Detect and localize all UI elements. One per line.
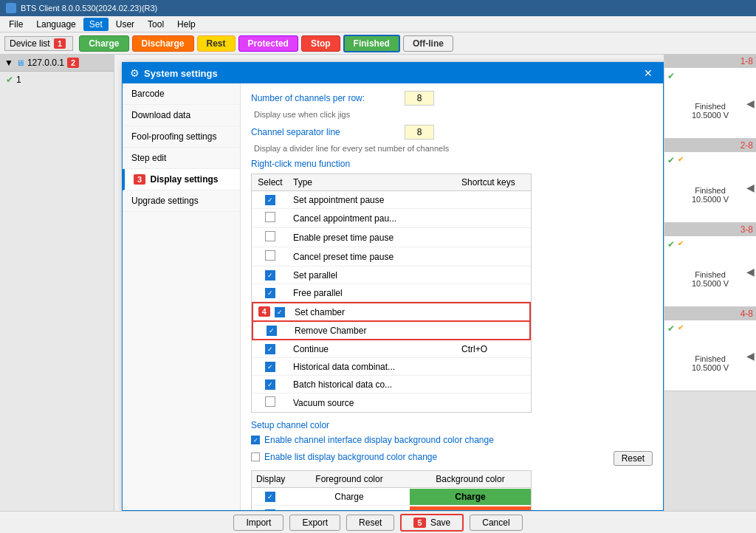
color-fg-charge: Charge: [289, 489, 410, 505]
channel-header-4-8: 4-8: [664, 307, 756, 320]
rc-label-1: Cancel appointment pau...: [289, 210, 457, 227]
enable-list-label: Enable list display background color cha…: [264, 452, 437, 462]
rest-button[interactable]: Rest: [197, 35, 236, 52]
settings-menu-stepedit[interactable]: Step edit: [123, 148, 240, 169]
reset-button[interactable]: Reset: [346, 515, 394, 531]
channel-arrow-1-8: ◀: [746, 97, 755, 109]
dialog-title-bar: ⚙ System settings ✕: [123, 63, 663, 83]
display-settings-badge: 3: [134, 174, 145, 185]
rc-check-2[interactable]: [265, 231, 275, 241]
color-section: Setup channel color ✓ Enable channel int…: [251, 420, 653, 510]
rc-check-6[interactable]: ✓: [275, 307, 285, 317]
device-status-row: ✔ 1: [0, 72, 114, 88]
channel-value-1-8: 10.5000 V: [692, 111, 729, 120]
setup-color-label: Setup channel color: [251, 420, 653, 430]
color-check-charge[interactable]: ✓: [265, 492, 275, 502]
save-button[interactable]: 5 Save: [400, 514, 464, 532]
menu-file[interactable]: File: [3, 18, 29, 31]
rc-check-1[interactable]: [265, 212, 275, 222]
rc-label-2: Enable preset time pause: [289, 230, 457, 246]
rc-row-4: ✓ Set parallel: [252, 266, 531, 284]
device-ip: 127.0.0.1: [27, 58, 64, 68]
rc-label-4: Set parallel: [289, 267, 457, 283]
settings-menu-barcode[interactable]: Barcode: [123, 83, 240, 105]
channel-header-1-8: 1-8: [664, 55, 756, 68]
cancel-button[interactable]: Cancel: [470, 515, 522, 531]
rc-label-9: Historical data combinat...: [289, 359, 457, 375]
system-settings-dialog: ⚙ System settings ✕ Barcode Download dat…: [122, 62, 664, 511]
channel-section-1-8: 1-8 ✔ Finished 10.5000 V ◀: [664, 55, 756, 139]
protected-button[interactable]: Protected: [238, 35, 298, 52]
channel-content-2-8: ✔ ✔ Finished 10.5000 V ◀: [664, 152, 756, 222]
color-bg-discharge[interactable]: Discharge: [410, 506, 531, 511]
channel-text-1-8: Finished: [695, 102, 726, 111]
color-check-discharge[interactable]: ✓: [265, 509, 275, 510]
device-check-icon: ✔: [6, 75, 13, 85]
offline-button[interactable]: Off-line: [403, 35, 453, 52]
finished-button[interactable]: Finished: [343, 35, 400, 52]
channel-status-icon-3-8: ✔: [667, 239, 675, 250]
rc-check-9[interactable]: ✓: [265, 362, 275, 372]
color-row-charge: ✓ Charge Charge: [252, 488, 531, 506]
channel-arrow-4-8: ◀: [746, 350, 755, 362]
settings-menu-upgrade[interactable]: Upgrade settings: [123, 190, 240, 212]
export-button[interactable]: Export: [289, 515, 340, 531]
menu-tool[interactable]: Tool: [142, 18, 170, 31]
color-fg-discharge: Discharge: [289, 506, 410, 511]
device-list-label: Device list 1: [4, 36, 73, 51]
rc-row-8: ✓ Continue Ctrl+O: [252, 340, 531, 358]
channel-separator-value[interactable]: 8: [405, 125, 434, 140]
stop-button[interactable]: Stop: [301, 35, 340, 52]
rc-check-10[interactable]: ✓: [265, 379, 275, 390]
settings-menu-foolproofing[interactable]: Fool-proofing settings: [123, 126, 240, 148]
channel-extra-icon-2-8: ✔: [678, 155, 684, 163]
settings-menu-display[interactable]: 3 Display settings: [123, 169, 240, 190]
dialog-close-button[interactable]: ✕: [641, 67, 656, 79]
rc-header-select: Select: [252, 174, 289, 190]
menu-language[interactable]: Language: [30, 18, 81, 31]
channels-per-row-value[interactable]: 8: [405, 91, 434, 106]
import-button[interactable]: Import: [233, 515, 284, 531]
rc-row-7: ✓ Remove Chamber: [252, 322, 531, 340]
rc-check-11[interactable]: [265, 396, 275, 407]
rc-row-0: ✓ Set appointment pause: [252, 191, 531, 209]
channel-value-2-8: 10.5000 V: [692, 195, 729, 204]
enable-bg-label: Enable channel interface display backgro…: [264, 435, 494, 445]
enable-list-check[interactable]: [251, 453, 260, 461]
rc-check-5[interactable]: ✓: [265, 288, 275, 298]
dialog-title-text: System settings: [144, 68, 218, 79]
channel-text-4-8: Finished: [695, 354, 726, 363]
channel-text-2-8: Finished: [695, 186, 726, 195]
discharge-button[interactable]: Discharge: [132, 35, 194, 52]
rc-label-3: Cancel preset time pause: [289, 249, 457, 265]
channel-section-3-8: 3-8 ✔ ✔ Finished 10.5000 V ◀: [664, 223, 756, 307]
channel-section-2-8: 2-8 ✔ ✔ Finished 10.5000 V ◀: [664, 139, 756, 223]
dialog-title-icon: ⚙: [130, 67, 140, 79]
channel-status-icon-1-8: ✔: [667, 71, 675, 81]
rc-check-7[interactable]: ✓: [267, 326, 277, 336]
menu-help[interactable]: Help: [171, 18, 202, 31]
enable-bg-check[interactable]: ✓: [251, 436, 260, 444]
channel-header-3-8: 3-8: [664, 223, 756, 236]
menu-set[interactable]: Set: [83, 18, 109, 31]
color-bg-charge[interactable]: Charge: [410, 489, 531, 505]
channel-range-1-8: 1-8: [740, 56, 753, 66]
rc-check-3[interactable]: [265, 250, 275, 261]
settings-menu-download[interactable]: Download data: [123, 105, 240, 126]
color-header-display: Display: [252, 471, 289, 487]
color-reset-button[interactable]: Reset: [614, 451, 653, 466]
device-expand-icon: ▼: [4, 58, 13, 68]
rc-check-0[interactable]: ✓: [265, 195, 275, 205]
rc-row-5: ✓ Free parallel: [252, 284, 531, 302]
rc-check-8[interactable]: ✓: [265, 344, 275, 354]
rc-check-4[interactable]: ✓: [265, 270, 275, 281]
menu-user[interactable]: User: [110, 18, 140, 31]
rc-label-5: Free parallel: [289, 285, 457, 301]
rc-row-3: Cancel preset time pause: [252, 247, 531, 266]
channels-per-row-label: Number of channels per row:: [251, 93, 399, 103]
device-item[interactable]: ▼ 🖥 127.0.0.1 2: [0, 55, 114, 72]
charge-button[interactable]: Charge: [79, 35, 128, 52]
rc-header-shortcut: Shortcut keys: [457, 174, 531, 190]
bottom-toolbar: Import Export Reset 5 Save Cancel: [0, 511, 756, 533]
channel-range-3-8: 3-8: [740, 224, 753, 235]
